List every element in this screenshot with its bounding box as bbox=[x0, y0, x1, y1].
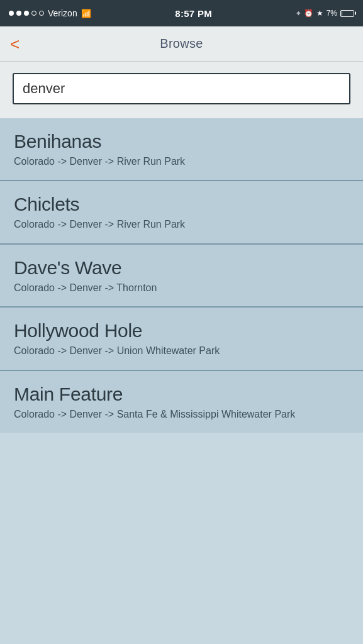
item-path: Colorado -> Denver -> River Run Park bbox=[14, 155, 349, 169]
dot-5 bbox=[39, 11, 44, 16]
status-left: Verizon 📶 bbox=[9, 8, 91, 18]
list-item[interactable]: Main Feature Colorado -> Denver -> Santa… bbox=[0, 371, 363, 433]
dot-4 bbox=[31, 11, 36, 16]
list-item[interactable]: Benihanas Colorado -> Denver -> River Ru… bbox=[0, 118, 363, 181]
item-path: Colorado -> Denver -> Santa Fe & Mississ… bbox=[14, 408, 349, 421]
status-right: ⌖ ⏰ ★ 7% bbox=[296, 9, 354, 18]
battery-percent: 7% bbox=[327, 9, 337, 18]
wifi-icon: 📶 bbox=[81, 9, 91, 18]
list-item[interactable]: Chiclets Colorado -> Denver -> River Run… bbox=[0, 181, 363, 244]
alarm-icon: ⏰ bbox=[304, 9, 313, 18]
search-area bbox=[0, 62, 363, 118]
results-list: Benihanas Colorado -> Denver -> River Ru… bbox=[0, 118, 363, 433]
nav-bar: < Browse bbox=[0, 26, 363, 62]
bluetooth-icon: ★ bbox=[316, 9, 323, 18]
status-time: 8:57 PM bbox=[175, 8, 212, 19]
battery-fill bbox=[342, 11, 342, 16]
location-icon: ⌖ bbox=[296, 9, 301, 18]
item-name: Dave's Wave bbox=[14, 257, 349, 279]
dot-3 bbox=[24, 11, 29, 16]
back-button[interactable]: < bbox=[10, 36, 20, 52]
item-path: Colorado -> Denver -> Union Whitewater P… bbox=[14, 344, 349, 358]
dot-2 bbox=[16, 11, 21, 16]
page-title: Browse bbox=[160, 36, 203, 51]
item-name: Benihanas bbox=[14, 131, 349, 152]
item-name: Hollywood Hole bbox=[14, 320, 349, 341]
battery-icon bbox=[340, 10, 354, 17]
item-name: Chiclets bbox=[14, 194, 349, 215]
dot-1 bbox=[9, 11, 14, 16]
item-path: Colorado -> Denver -> River Run Park bbox=[14, 218, 349, 231]
search-input[interactable] bbox=[13, 73, 350, 104]
status-bar: Verizon 📶 8:57 PM ⌖ ⏰ ★ 7% bbox=[0, 0, 363, 26]
carrier-label: Verizon bbox=[48, 8, 77, 18]
signal-dots bbox=[9, 11, 44, 16]
list-item[interactable]: Dave's Wave Colorado -> Denver -> Thornt… bbox=[0, 245, 363, 308]
list-item[interactable]: Hollywood Hole Colorado -> Denver -> Uni… bbox=[0, 308, 363, 370]
item-name: Main Feature bbox=[14, 384, 349, 405]
item-path: Colorado -> Denver -> Thornton bbox=[14, 281, 349, 295]
